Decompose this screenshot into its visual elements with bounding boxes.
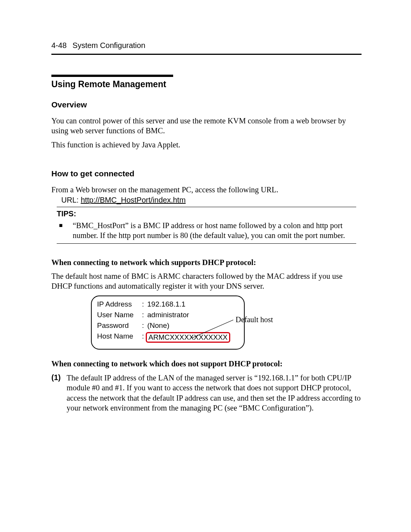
list-number-1: (1): [51, 373, 67, 413]
overview-p1: You can control power of this server and…: [51, 116, 362, 136]
page: 4-48 System Configuration Using Remote M…: [0, 0, 411, 532]
tips-item-1: ■ “BMC_HostPort” is a BMC IP address or …: [57, 220, 356, 240]
page-number: 4-48: [51, 41, 67, 50]
url-label: URL:: [61, 196, 81, 204]
dhcp-yes-p1: The default host name of BMC is ARMC cha…: [51, 272, 362, 291]
section-title: Using Remote Management: [51, 75, 173, 89]
pass-value: (None): [147, 321, 239, 330]
info-box-wrap: IP Address : 192.168.1.1 User Name : adm…: [51, 296, 362, 349]
callout-label: Default host: [236, 315, 273, 324]
dhcp-yes-heading: When connecting to network which support…: [51, 258, 362, 267]
page-header: 4-48 System Configuration: [51, 41, 362, 55]
chapter-title: System Configuration: [73, 41, 145, 50]
tips-block: TIPS: ■ “BMC_HostPort” is a BMC IP addre…: [57, 207, 356, 244]
user-value: administrator: [147, 311, 239, 319]
info-row-user: User Name : administrator: [97, 311, 239, 319]
dhcp-no-item-1: (1) The default IP address of the LAN of…: [51, 373, 362, 413]
overview-heading: Overview: [51, 100, 362, 109]
url-line: URL: http://BMC_HostPort/index.htm: [51, 196, 362, 204]
url-link[interactable]: http://BMC_HostPort/index.htm: [81, 196, 186, 204]
overview-p2: This function is achieved by Java Applet…: [51, 140, 362, 150]
connect-heading: How to get connected: [51, 169, 362, 178]
dhcp-no-heading: When connecting to network which does no…: [51, 359, 362, 368]
info-row-host: Host Name : ARMCXXXXXXXXXXXX: [97, 332, 239, 343]
bullet-icon: ■: [57, 220, 73, 240]
user-label: User Name: [97, 311, 142, 319]
connect-p1: From a Web browser on the management PC,…: [51, 185, 362, 195]
info-box: IP Address : 192.168.1.1 User Name : adm…: [91, 296, 245, 350]
tips-label: TIPS:: [57, 209, 356, 218]
info-row-pass: Password : (None): [97, 321, 239, 330]
ip-value: 192.168.1.1: [147, 300, 239, 308]
tips-item-1-text: “BMC_HostPort” is a BMC IP address or ho…: [73, 220, 356, 240]
info-row-ip: IP Address : 192.168.1.1: [97, 300, 239, 308]
host-value: ARMCXXXXXXXXXXXX: [146, 332, 230, 343]
pass-label: Password: [97, 321, 142, 330]
host-label: Host Name: [97, 332, 142, 343]
dhcp-no-p1: The default IP address of the LAN of the…: [67, 373, 362, 413]
ip-label: IP Address: [97, 300, 142, 308]
